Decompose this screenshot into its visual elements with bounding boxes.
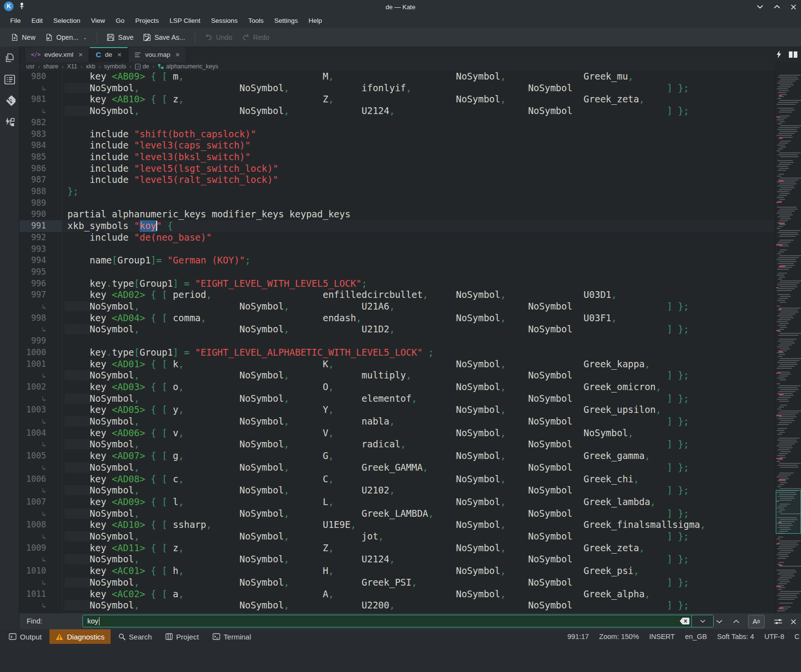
redo-button[interactable]: Redo xyxy=(237,31,274,44)
code-text[interactable]: NoSymbol,NoSymbol,U2124,NoSymbol] }; xyxy=(67,554,775,565)
menu-item-go[interactable]: Go xyxy=(111,14,130,28)
code-line-wrap[interactable]: ↳NoSymbol,NoSymbol,radical,NoSymbol] }; xyxy=(19,439,775,450)
code-line[interactable]: 994name[Group1]="German (KOY)"; xyxy=(19,255,775,266)
tab-de[interactable]: Cde✕ xyxy=(89,47,128,62)
input-mode[interactable]: INSERT xyxy=(649,633,675,640)
code-line[interactable]: 983include"shift(both_capslock)" xyxy=(19,129,775,140)
sidebar-documents-icon[interactable] xyxy=(0,49,19,68)
code-line-wrap[interactable]: ↳NoSymbol,NoSymbol,U21D2,NoSymbol] }; xyxy=(19,324,775,335)
save-button[interactable]: Save xyxy=(102,31,138,44)
menu-item-view[interactable]: View xyxy=(86,14,111,28)
code-text[interactable]: NoSymbol,NoSymbol,U2124,NoSymbol] }; xyxy=(67,105,775,117)
code-text[interactable]: partial alphanumeric_keys modifier_keys … xyxy=(67,209,775,220)
code-line-wrap[interactable]: ↳NoSymbol,NoSymbol,U2124,NoSymbol] }; xyxy=(19,554,775,565)
code-line-wrap[interactable]: ↳NoSymbol,NoSymbol,multiply,NoSymbol] }; xyxy=(19,370,775,381)
code-line-wrap[interactable]: ↳NoSymbol,NoSymbol,ifonlyif,NoSymbol] }; xyxy=(19,82,775,94)
code-text[interactable]: key<AD06>{[v,V,NoSymbol,NoSymbol, xyxy=(67,427,775,439)
code-text[interactable]: NoSymbol,NoSymbol,U21D2,NoSymbol] }; xyxy=(67,324,775,335)
code-text[interactable]: key<AD03>{[o,O,NoSymbol,Greek_omicron, xyxy=(67,381,775,393)
minimize-button[interactable] xyxy=(757,5,763,9)
encoding[interactable]: UTF-8 xyxy=(764,633,784,640)
code-line-wrap[interactable]: ↳NoSymbol,NoSymbol,elementof,NoSymbol] }… xyxy=(19,393,775,405)
breadcrumb-item-share[interactable]: share xyxy=(43,63,58,70)
code-text[interactable]: NoSymbol,NoSymbol,jot,NoSymbol] }; xyxy=(67,531,775,542)
code-text[interactable]: key<AD05>{[y,Y,NoSymbol,Greek_upsilon, xyxy=(67,404,775,416)
code-line[interactable]: 1008key<AD10>{[ssharp,U1E9E,NoSymbol,Gre… xyxy=(19,519,775,531)
code-line[interactable]: 982 xyxy=(19,117,775,129)
code-line[interactable]: 993 xyxy=(19,244,775,255)
menu-item-lsp-client[interactable]: LSP Client xyxy=(164,14,206,28)
maximize-button[interactable] xyxy=(774,5,780,9)
breadcrumb-item-xkb[interactable]: xkb xyxy=(86,63,95,70)
breadcrumb-item-usr[interactable]: usr xyxy=(26,63,34,70)
code-text[interactable]: }; xyxy=(67,186,775,197)
code-line-wrap[interactable]: ↳NoSymbol,NoSymbol,U2102,NoSymbol] }; xyxy=(19,485,775,496)
code-text[interactable] xyxy=(67,244,775,255)
code-text[interactable]: NoSymbol,NoSymbol,Greek_LAMBDA,NoSymbol]… xyxy=(67,508,775,520)
menu-item-tools[interactable]: Tools xyxy=(243,14,269,28)
code-text[interactable]: NoSymbol,NoSymbol,U2200,NoSymbol] }; xyxy=(67,600,775,611)
code-line[interactable]: 1003key<AD05>{[y,Y,NoSymbol,Greek_upsilo… xyxy=(19,404,775,416)
tab-vou-map[interactable]: vou.map✕ xyxy=(128,47,186,62)
code-line[interactable]: 985include"level3(bksl_switch)" xyxy=(19,151,775,163)
tab-close-icon[interactable]: ✕ xyxy=(117,51,122,58)
tab-close-icon[interactable]: ✕ xyxy=(175,51,180,58)
code-line[interactable]: 1006key<AD08>{[c,C,NoSymbol,Greek_chi, xyxy=(19,474,775,485)
sidebar-lsp-symbols-icon[interactable] xyxy=(0,113,19,132)
code-text[interactable]: NoSymbol,NoSymbol,U2102,NoSymbol] }; xyxy=(67,485,775,496)
minimap[interactable] xyxy=(775,71,801,613)
code-text[interactable]: NoSymbol,NoSymbol,U21A6,NoSymbol] }; xyxy=(67,301,775,312)
toolview-button-terminal[interactable]: Terminal xyxy=(207,629,257,644)
menu-item-sessions[interactable]: Sessions xyxy=(206,14,243,28)
breadcrumb-item-symbols[interactable]: symbols xyxy=(104,63,126,70)
code-text[interactable]: key<AD10>{[ssharp,U1E9E,NoSymbol,Greek_f… xyxy=(67,519,775,531)
breadcrumb-item-x11[interactable]: X11 xyxy=(67,63,77,70)
match-case-button[interactable]: AB xyxy=(748,615,765,628)
search-history-dropdown[interactable] xyxy=(691,615,713,627)
undo-button[interactable]: Undo xyxy=(200,31,237,44)
code-line[interactable]: 1002key<AD03>{[o,O,NoSymbol,Greek_omicro… xyxy=(19,381,775,393)
code-text[interactable]: NoSymbol,NoSymbol,nabla,NoSymbol] }; xyxy=(67,416,775,427)
code-line[interactable]: 992include"de(neo_base)" xyxy=(19,232,775,244)
code-line-wrap[interactable]: ↳NoSymbol,NoSymbol,U21A6,NoSymbol] }; xyxy=(19,301,775,312)
code-line[interactable]: 1001key<AD01>{[k,K,NoSymbol,Greek_kappa, xyxy=(19,359,775,370)
minimap-viewport[interactable] xyxy=(776,490,801,534)
code-text[interactable] xyxy=(67,117,775,129)
menu-item-help[interactable]: Help xyxy=(303,14,327,28)
split-view-icon[interactable] xyxy=(788,51,798,58)
syntax-mode[interactable]: C xyxy=(795,633,800,640)
code-line-wrap[interactable]: ↳NoSymbol,NoSymbol,Greek_PSI,NoSymbol] }… xyxy=(19,577,775,589)
code-line[interactable]: 988}; xyxy=(19,186,775,197)
toolview-button-output[interactable]: Output xyxy=(3,629,48,644)
code-text[interactable] xyxy=(67,335,775,347)
dictionary[interactable]: en_GB xyxy=(685,633,707,640)
code-line[interactable]: 981key<AB10>{[z,Z,NoSymbol,Greek_zeta, xyxy=(19,94,775,105)
code-line-wrap[interactable]: ↳NoSymbol,NoSymbol,U2200,NoSymbol] }; xyxy=(19,600,775,611)
code-line-wrap[interactable]: ↳NoSymbol,NoSymbol,U2124,NoSymbol] }; xyxy=(19,105,775,117)
code-text[interactable]: name[Group1]="German (KOY)"; xyxy=(67,255,775,266)
code-text[interactable]: key<AD01>{[k,K,NoSymbol,Greek_kappa, xyxy=(67,359,775,370)
code-text[interactable]: NoSymbol,NoSymbol,Greek_GAMMA,NoSymbol] … xyxy=(67,462,775,474)
code-text[interactable]: key<AB10>{[z,Z,NoSymbol,Greek_zeta, xyxy=(67,94,775,105)
code-line[interactable]: 995 xyxy=(19,266,775,278)
code-line[interactable]: 996key.type[Group1]="EIGHT_LEVEL_WITH_LE… xyxy=(19,278,775,290)
search-input[interactable]: koy xyxy=(82,615,714,627)
code-text[interactable]: include"shift(both_capslock)" xyxy=(67,129,775,140)
code-text[interactable]: NoSymbol,NoSymbol,ifonlyif,NoSymbol] }; xyxy=(67,82,775,94)
code-text[interactable]: NoSymbol,NoSymbol,radical,NoSymbol] }; xyxy=(67,439,775,450)
code-text[interactable]: key<AD08>{[c,C,NoSymbol,Greek_chi, xyxy=(67,474,775,485)
code-line[interactable]: 1009key<AD11>{[z,Z,NoSymbol,Greek_zeta, xyxy=(19,542,775,554)
code-line[interactable]: 1004key<AD06>{[v,V,NoSymbol,NoSymbol, xyxy=(19,427,775,439)
menu-item-file[interactable]: File xyxy=(5,14,26,28)
code-line-wrap[interactable]: ↳NoSymbol,NoSymbol,Greek_GAMMA,NoSymbol]… xyxy=(19,462,775,474)
toolview-button-search[interactable]: Search xyxy=(113,629,158,644)
find-next-button[interactable] xyxy=(712,615,726,628)
code-text[interactable]: include"level3(caps_switch)" xyxy=(67,140,775,151)
code-line[interactable]: 998key<AD04>{[comma,endash,NoSymbol,U03F… xyxy=(19,312,775,324)
code-line[interactable]: 989 xyxy=(19,197,775,209)
tab-mode[interactable]: Soft Tabs: 4 xyxy=(717,633,754,640)
code-text[interactable]: NoSymbol,NoSymbol,multiply,NoSymbol] }; xyxy=(67,370,775,381)
code-text[interactable]: key<AD07>{[g,G,NoSymbol,Greek_gamma, xyxy=(67,450,775,462)
code-text[interactable]: key<AD09>{[l,L,NoSymbol,Greek_lambda, xyxy=(67,496,775,508)
code-text[interactable]: key<AD11>{[z,Z,NoSymbol,Greek_zeta, xyxy=(67,542,775,554)
